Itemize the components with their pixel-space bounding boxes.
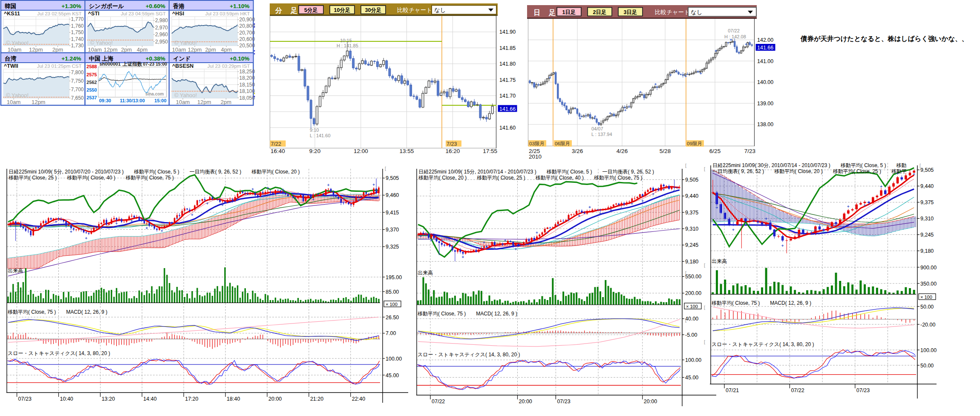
- svg-text:20,500: 20,500: [239, 43, 255, 49]
- svg-text:10am: 10am: [176, 99, 190, 105]
- svg-text:20,600: 20,600: [239, 36, 255, 42]
- svg-text:100.00: 100.00: [920, 347, 937, 353]
- svg-text:中国 上海: 中国 上海: [89, 55, 114, 62]
- svg-text:[: [: [704, 339, 705, 344]
- svg-text:9:20: 9:20: [309, 148, 320, 154]
- svg-text:移動平均( Close, 75 ) MACD( 12, 2: 移動平均( Close, 75 ) MACD( 12, 26, 9 ): [418, 311, 517, 317]
- svg-text:22:40: 22:40: [352, 396, 365, 402]
- svg-text:移動平均( Close, 75 ) MACD( 12, 2: 移動平均( Close, 75 ) MACD( 12, 26, 9 ): [8, 309, 107, 315]
- svg-text:2588: 2588: [86, 64, 97, 69]
- svg-text:日経225mini 10/09( 5分, 2010/07/2: 日経225mini 10/09( 5分, 2010/07/20 - 2010/0…: [9, 169, 300, 175]
- svg-text:日経225mini 10/09( 15分, 2010/07/: 日経225mini 10/09( 15分, 2010/07/14 - 2010/…: [418, 169, 654, 175]
- svg-text:香港: 香港: [173, 3, 185, 9]
- svg-text:Jul 23 04:59pm SGT: Jul 23 04:59pm SGT: [121, 11, 166, 16]
- svg-text:日 足: 日 足: [533, 9, 556, 17]
- svg-text:上证指数: 上证指数: [122, 61, 143, 67]
- svg-text:200.00: 200.00: [685, 290, 701, 296]
- svg-text:Jul 23 02:55pm KST: Jul 23 02:55pm KST: [37, 11, 81, 16]
- svg-text:5/28: 5/28: [660, 148, 671, 154]
- svg-text:140.00: 140.00: [757, 79, 773, 85]
- svg-text:14:40: 14:40: [143, 396, 156, 402]
- svg-text:^BSESN: ^BSESN: [172, 63, 193, 69]
- svg-text:141.00: 141.00: [757, 58, 773, 64]
- svg-text:7/22: 7/22: [271, 141, 281, 147]
- svg-text:141.85: 141.85: [499, 45, 516, 51]
- svg-text:10am: 10am: [7, 99, 21, 105]
- svg-text:141.90: 141.90: [499, 29, 516, 35]
- svg-text:7/23: 7/23: [744, 148, 755, 154]
- svg-text:× 100: × 100: [686, 304, 698, 309]
- svg-text:20:00: 20:00: [519, 399, 532, 404]
- svg-text:2pm: 2pm: [221, 99, 231, 105]
- svg-text:[: [: [685, 270, 686, 275]
- svg-text:9:10: 9:10: [310, 127, 319, 133]
- svg-text:9,440: 9,440: [685, 193, 698, 199]
- svg-text:2,950: 2,950: [155, 39, 168, 45]
- svg-text:07/22: 07/22: [728, 28, 740, 33]
- svg-text:2日足: 2日足: [593, 9, 607, 15]
- svg-text:12:00: 12:00: [354, 148, 368, 154]
- svg-text:17:55: 17:55: [483, 148, 497, 154]
- svg-text:9,180: 9,180: [920, 248, 934, 254]
- svg-text:2,970: 2,970: [155, 25, 168, 31]
- svg-text:債券が天井つけたとなると、株はしばらく強いかな、、: 債券が天井つけたとなると、株はしばらく強いかな、、: [800, 35, 968, 43]
- svg-text:+1.10%: +1.10%: [230, 3, 249, 9]
- svg-text:1,750: 1,750: [71, 29, 84, 35]
- svg-text:Jul 23 03:59pm HKT: Jul 23 03:59pm HKT: [205, 11, 250, 16]
- svg-text:9,505: 9,505: [386, 175, 399, 181]
- svg-text:+0.38%: +0.38%: [146, 55, 165, 62]
- svg-text:2562: 2562: [86, 80, 97, 85]
- svg-text:07/22: 07/22: [432, 399, 445, 404]
- svg-text:H : 141.85: H : 141.85: [337, 43, 358, 48]
- svg-text:移動平均( Close, 25 ) 移動平均( Close: 移動平均( Close, 25 ) 移動平均( Close, 40 ) 移動平均…: [9, 175, 174, 181]
- svg-text:比較チャート: 比較チャート: [655, 9, 690, 15]
- svg-text:07/23: 07/23: [856, 387, 870, 393]
- svg-text:-5.00: -5.00: [685, 332, 698, 338]
- svg-text:30分足: 30分足: [365, 7, 382, 13]
- svg-text:141.75: 141.75: [499, 77, 516, 83]
- svg-text:09:30: 09:30: [99, 98, 111, 103]
- svg-text:85.00: 85.00: [386, 289, 399, 295]
- svg-text:15:00: 15:00: [154, 98, 166, 103]
- svg-text:07/23: 07/23: [18, 396, 32, 402]
- svg-text:1,770: 1,770: [71, 16, 84, 22]
- svg-text:1,760: 1,760: [71, 23, 84, 29]
- svg-text:141.66: 141.66: [757, 45, 773, 51]
- svg-text:4pm: 4pm: [137, 46, 147, 53]
- svg-text:07/22: 07/22: [791, 387, 804, 393]
- svg-text:20,900: 20,900: [239, 17, 255, 23]
- svg-text:9,375: 9,375: [920, 199, 934, 205]
- svg-text:[: [: [919, 163, 921, 168]
- svg-text:× 100: × 100: [386, 302, 398, 307]
- svg-text:04/07: 04/07: [591, 126, 603, 131]
- svg-text:12pm: 12pm: [197, 99, 211, 105]
- svg-text:一目均衡表( 9, 26, 52 ) 移動平均( Clos: 一目均衡表( 9, 26, 52 ) 移動平均( Close, 20 ) 移動平…: [712, 168, 907, 174]
- svg-text:7,650: 7,650: [71, 95, 84, 101]
- svg-text:2pm: 2pm: [205, 46, 216, 53]
- svg-text:9,460: 9,460: [386, 192, 399, 198]
- svg-text:+0.60%: +0.60%: [146, 3, 165, 9]
- svg-text:2pm: 2pm: [52, 46, 63, 53]
- svg-text:18,250: 18,250: [239, 69, 255, 75]
- svg-text:スロー・ストキャスティクス( 14, 3, 80, 20 ): スロー・ストキャスティクス( 14, 3, 80, 20 ): [712, 341, 814, 347]
- svg-text:10:40: 10:40: [60, 396, 73, 402]
- svg-text:[: [: [685, 318, 686, 323]
- svg-text:18,050: 18,050: [239, 95, 255, 101]
- svg-text:× 100: × 100: [920, 295, 932, 300]
- svg-text:139.00: 139.00: [757, 101, 773, 107]
- svg-text:[: [: [704, 263, 705, 268]
- svg-text:4/26: 4/26: [617, 148, 628, 154]
- svg-text:なし: なし: [434, 7, 446, 13]
- svg-text:550.00: 550.00: [685, 274, 701, 280]
- svg-text:10am: 10am: [88, 46, 102, 53]
- svg-text:138.00: 138.00: [757, 121, 773, 127]
- svg-text:出来高: 出来高: [8, 268, 23, 274]
- svg-text:10am: 10am: [8, 46, 22, 53]
- svg-text:100.00: 100.00: [685, 357, 701, 363]
- svg-text:出来高: 出来高: [712, 258, 727, 264]
- svg-text:03限月: 03限月: [529, 141, 545, 146]
- svg-text:18,150: 18,150: [239, 82, 255, 88]
- svg-text:7.00: 7.00: [386, 330, 396, 336]
- svg-text:9,310: 9,310: [920, 216, 934, 222]
- svg-text:3日足: 3日足: [624, 9, 637, 15]
